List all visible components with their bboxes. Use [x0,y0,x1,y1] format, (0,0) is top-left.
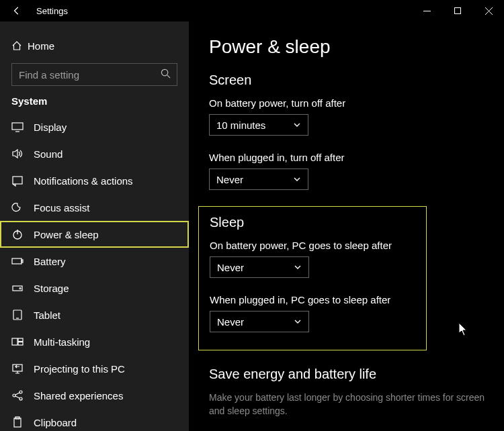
home-label: Home [28,40,54,52]
sidebar-item-label: Battery [34,256,66,267]
search-input[interactable]: Find a setting [11,63,177,86]
svg-line-5 [167,75,170,78]
svg-rect-8 [13,177,22,184]
svg-rect-6 [12,123,23,130]
sidebar-item-clipboard[interactable]: Clipboard [0,409,189,431]
svg-rect-20 [13,365,22,371]
maximize-button[interactable] [442,0,473,21]
sound-icon [11,148,25,160]
chevron-down-icon [293,119,302,131]
svg-point-23 [19,397,22,400]
clipboard-icon [11,416,25,428]
sleep-highlight: Sleep On battery power, PC goes to sleep… [198,206,427,350]
display-icon [11,121,25,133]
power-icon [11,228,25,240]
sidebar-item-power-sleep[interactable]: Power & sleep [0,221,189,248]
screen-section-heading: Screen [209,73,485,88]
sidebar-item-label: Notifications & actions [34,175,133,187]
svg-rect-19 [18,342,23,346]
sidebar-item-label: Storage [34,283,69,294]
sidebar-item-label: Power & sleep [34,229,99,240]
save-energy-heading: Save energy and battery life [209,367,485,382]
battery-icon [11,255,25,267]
screen-plugged-dropdown[interactable]: Never [209,169,308,190]
sidebar-item-label: Display [34,122,67,133]
svg-rect-18 [18,338,23,342]
svg-line-24 [15,393,19,395]
window-title: Settings [36,6,68,16]
chevron-down-icon [293,174,302,185]
titlebar: Settings [0,0,504,21]
chevron-down-icon [294,262,303,273]
sidebar-group-title: System [0,95,189,113]
sidebar-item-battery[interactable]: Battery [0,248,189,275]
sidebar-item-label: Clipboard [34,417,77,428]
sidebar-item-label: Projecting to this PC [34,363,125,375]
sidebar-item-multi-tasking[interactable]: Multi-tasking [0,328,189,355]
home-icon [11,40,28,51]
close-button[interactable] [473,0,504,21]
screen-plugged-value: Never [216,174,293,185]
home-link[interactable]: Home [0,34,189,58]
shared-icon [11,389,25,401]
sleep-plugged-label: When plugged in, PC goes to sleep after [210,294,415,305]
sleep-section-heading: Sleep [210,215,415,230]
screen-plugged-label: When plugged in, turn off after [209,152,485,163]
sidebar-item-focus-assist[interactable]: Focus assist [0,194,189,221]
screen-battery-value: 10 minutes [216,119,293,131]
sidebar-item-notifications-actions[interactable]: Notifications & actions [0,167,189,194]
search-placeholder: Find a setting [19,69,161,81]
svg-rect-12 [22,260,23,262]
storage-icon [11,282,25,294]
sidebar-item-projecting-to-this-pc[interactable]: Projecting to this PC [0,355,189,382]
svg-point-4 [161,69,167,75]
projecting-icon [11,363,25,375]
chevron-down-icon [294,316,303,328]
screen-battery-dropdown[interactable]: 10 minutes [209,114,308,136]
sidebar-item-sound[interactable]: Sound [0,140,189,167]
notifications-icon [11,175,25,187]
sidebar-item-label: Tablet [34,309,60,321]
sidebar-item-display[interactable]: Display [0,113,189,140]
sidebar-item-shared-experiences[interactable]: Shared experiences [0,382,189,409]
focus-icon [11,201,25,213]
content: Power & sleep Screen On battery power, t… [189,21,504,431]
sleep-plugged-value: Never [217,316,294,328]
svg-rect-17 [12,338,17,345]
sleep-battery-value: Never [217,262,294,273]
search-icon [161,68,171,81]
sidebar-item-label: Shared experiences [34,390,123,401]
sidebar-item-tablet[interactable]: Tablet [0,301,189,328]
sleep-battery-label: On battery power, PC goes to sleep after [210,240,415,251]
svg-rect-26 [14,418,21,427]
sidebar: Home Find a setting System DisplaySoundN… [0,21,189,431]
minimize-button[interactable] [411,0,442,21]
screen-battery-label: On battery power, turn off after [209,97,485,109]
svg-point-21 [13,394,15,397]
sleep-battery-dropdown[interactable]: Never [210,256,309,278]
svg-point-14 [19,288,21,289]
svg-rect-1 [455,8,461,14]
save-energy-tip: Make your battery last longer by choosin… [209,391,485,418]
sidebar-item-storage[interactable]: Storage [0,275,189,301]
svg-point-22 [19,391,22,393]
page-title: Power & sleep [209,36,485,58]
svg-line-25 [15,396,19,398]
sleep-plugged-dropdown[interactable]: Never [210,311,309,332]
svg-rect-11 [12,258,22,264]
sidebar-item-label: Multi-tasking [34,336,90,348]
back-icon[interactable] [12,6,23,15]
sidebar-item-label: Sound [34,148,62,160]
multitask-icon [11,336,25,348]
window-controls [411,0,504,21]
tablet-icon [11,309,25,321]
sidebar-item-label: Focus assist [34,202,89,213]
